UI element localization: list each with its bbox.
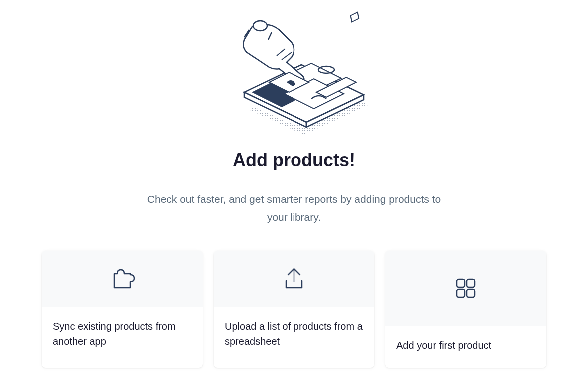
add-first-product-card[interactable]: Add your first product <box>385 251 546 368</box>
hero-illustration <box>214 10 374 135</box>
card-icon-area <box>214 251 374 307</box>
card-label: Upload a list of products from a spreads… <box>225 319 363 349</box>
card-label: Sync existing products from another app <box>53 319 192 349</box>
upload-icon <box>279 264 309 294</box>
puzzle-icon <box>107 264 137 294</box>
card-label: Add your first product <box>396 338 535 353</box>
svg-rect-14 <box>467 279 475 287</box>
card-text-area: Sync existing products from another app <box>42 307 203 364</box>
card-icon-area <box>42 251 203 307</box>
cards-container: Sync existing products from another app … <box>32 251 556 368</box>
sync-products-card[interactable]: Sync existing products from another app <box>42 251 203 368</box>
page-subtitle: Check out faster, and get smarter report… <box>139 191 449 226</box>
svg-rect-15 <box>457 289 465 297</box>
svg-rect-10 <box>351 12 359 22</box>
svg-rect-16 <box>467 289 475 297</box>
card-text-area: Upload a list of products from a spreads… <box>214 307 374 364</box>
card-text-area: Add your first product <box>385 326 546 368</box>
hand-tablet-illustration-icon <box>214 10 374 135</box>
svg-point-11 <box>253 21 267 31</box>
upload-products-card[interactable]: Upload a list of products from a spreads… <box>214 251 374 368</box>
page-title: Add products! <box>233 150 355 171</box>
svg-rect-13 <box>457 279 465 287</box>
grid-icon <box>451 273 481 303</box>
card-icon-area <box>385 251 546 326</box>
